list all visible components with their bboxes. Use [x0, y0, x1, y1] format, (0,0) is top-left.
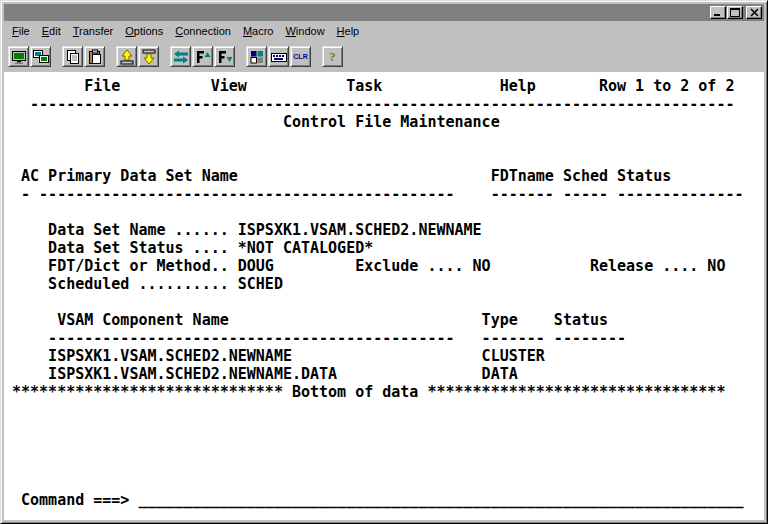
bottom-of-data-marker: ****************************** Bottom of…	[12, 383, 764, 401]
display-grid-button[interactable]	[246, 46, 267, 67]
help-button[interactable]: ?	[322, 46, 343, 67]
paste-button[interactable]	[84, 46, 105, 67]
terminal-line	[12, 203, 764, 221]
menu-transfer[interactable]: Transfer	[67, 23, 120, 39]
maximize-button[interactable]	[727, 6, 743, 19]
menu-edit[interactable]: Edit	[36, 23, 67, 39]
copy-icon	[65, 49, 81, 65]
help-icon: ?	[329, 49, 336, 65]
receive-file-icon	[141, 49, 157, 65]
terminal-line: ----------------------------------------…	[12, 329, 764, 347]
application-window: File Edit Transfer Options Connection Ma…	[0, 0, 768, 524]
menu-bar: File Edit Transfer Options Connection Ma…	[4, 21, 764, 41]
vsam-component-row: ISPSXK1.VSAM.SCHED2.NEWNAME.DATA DATA	[12, 365, 764, 383]
terminal-line	[12, 401, 764, 419]
column-headers: AC Primary Data Set Name FDTname Sched S…	[12, 167, 764, 185]
menu-file[interactable]: File	[6, 23, 36, 39]
command-input[interactable]: ________________________________________…	[138, 491, 743, 509]
terminal-action-bar[interactable]: File View Task Help Row 1 to 2 of 2	[12, 77, 764, 95]
menu-options[interactable]: Options	[119, 23, 169, 39]
terminal-line	[12, 437, 764, 455]
dual-session-icon	[33, 49, 49, 65]
dataset-name-row: Data Set Name ...... ISPSXK1.VSAM.SCHED2…	[12, 221, 764, 239]
terminal-line: - --------------------------------------…	[12, 185, 764, 203]
terminal-line	[12, 455, 764, 473]
menu-help[interactable]: Help	[331, 23, 366, 39]
monitor-icon	[11, 49, 27, 65]
menu-macro[interactable]: Macro	[237, 23, 280, 39]
close-button[interactable]	[746, 6, 762, 19]
terminal-line: ----------------------------------------…	[12, 95, 764, 113]
clear-key-button[interactable]: CLR	[290, 46, 311, 67]
menu-connection[interactable]: Connection	[169, 23, 237, 39]
vsam-column-headers: VSAM Component Name Type Status	[12, 311, 764, 329]
terminal-line	[12, 149, 764, 167]
font-decrease-button[interactable]	[214, 46, 235, 67]
scheduled-row: Scheduled .......... SCHED	[12, 275, 764, 293]
command-prompt: Command ===>	[12, 491, 138, 509]
session-button[interactable]	[8, 46, 29, 67]
swap-arrows-button[interactable]	[170, 46, 191, 67]
dataset-status-row: Data Set Status .... *NOT CATALOGED*	[12, 239, 764, 257]
send-file-button[interactable]	[116, 46, 137, 67]
title-bar[interactable]	[4, 4, 764, 21]
maximize-icon	[730, 5, 740, 20]
menu-window[interactable]: Window	[279, 23, 330, 39]
terminal-line	[12, 473, 764, 491]
display-grid-icon	[249, 49, 265, 65]
font-decrease-icon	[217, 49, 233, 65]
keyboard-button[interactable]	[268, 46, 289, 67]
clear-key-label: CLR	[293, 53, 307, 60]
keyboard-icon	[271, 49, 287, 65]
receive-file-button[interactable]	[138, 46, 159, 67]
font-increase-button[interactable]	[192, 46, 213, 67]
terminal-line	[12, 293, 764, 311]
toolbar: CLR ?	[4, 41, 764, 72]
copy-button[interactable]	[62, 46, 83, 67]
minimize-button[interactable]	[710, 6, 726, 19]
minimize-icon	[713, 5, 723, 20]
swap-arrows-icon	[173, 49, 189, 65]
fdt-method-row: FDT/Dict or Method.. DOUG Exclude .... N…	[12, 257, 764, 275]
terminal-line	[12, 131, 764, 149]
close-icon	[750, 5, 759, 20]
dual-session-button[interactable]	[30, 46, 51, 67]
send-file-icon	[119, 49, 135, 65]
vsam-component-row: ISPSXK1.VSAM.SCHED2.NEWNAME CLUSTER	[12, 347, 764, 365]
panel-title: Control File Maintenance	[12, 113, 764, 131]
terminal-line	[12, 419, 764, 437]
command-row: Command ===> ___________________________…	[12, 491, 764, 509]
terminal-screen[interactable]: File View Task Help Row 1 to 2 of 2 ----…	[4, 72, 764, 520]
paste-icon	[87, 49, 103, 65]
font-increase-icon	[195, 49, 211, 65]
